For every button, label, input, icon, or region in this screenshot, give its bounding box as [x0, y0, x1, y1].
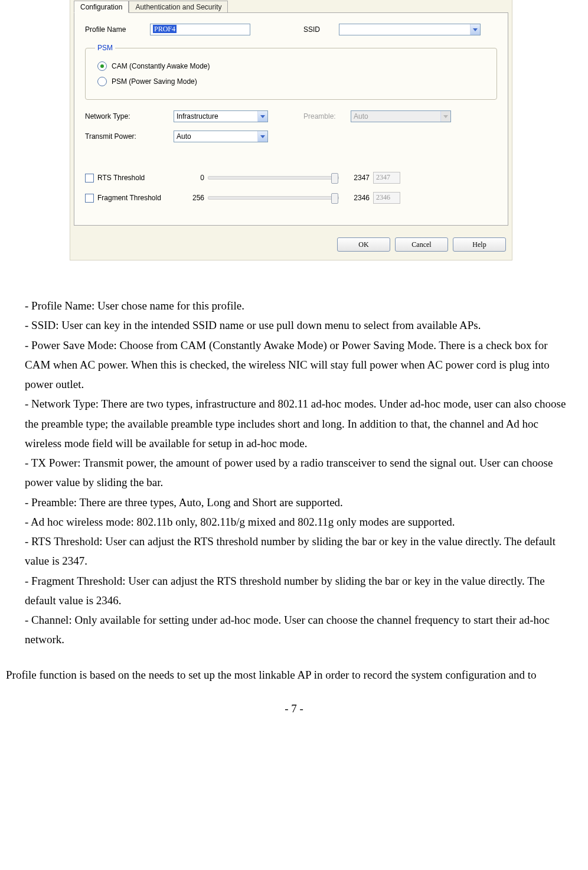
- rts-threshold-label: RTS Threshold: [97, 174, 145, 182]
- dialog-button-bar: OK Cancel Help: [70, 229, 512, 260]
- rts-min: 0: [187, 174, 204, 182]
- tab-authentication[interactable]: Authentication and Security: [129, 1, 228, 13]
- chevron-down-icon: [473, 28, 478, 31]
- preamble-dropdown-button: [440, 111, 450, 122]
- rts-checkbox-icon: [85, 174, 94, 183]
- profile-name-label: Profile Name: [85, 25, 150, 34]
- tab-configuration[interactable]: Configuration: [74, 1, 129, 13]
- preamble-value: Auto: [351, 111, 440, 122]
- ok-button[interactable]: OK: [337, 237, 390, 252]
- rts-threshold-row: RTS Threshold 0 2347 2347: [85, 172, 497, 184]
- doc-item: - SSID: User can key in the intended SSI…: [25, 315, 571, 335]
- transmit-power-label: Transmit Power:: [85, 132, 174, 141]
- rts-slider[interactable]: [208, 176, 339, 180]
- radio-cam[interactable]: CAM (Constantly Awake Mode): [97, 61, 487, 71]
- transmit-power-dropdown-button[interactable]: [257, 131, 267, 142]
- ssid-combo[interactable]: [339, 24, 481, 35]
- rts-threshold-checkbox[interactable]: RTS Threshold: [85, 174, 179, 183]
- doc-item: - Ad hoc wireless mode: 802.11b only, 80…: [25, 512, 571, 532]
- help-button[interactable]: Help: [453, 237, 506, 252]
- fragment-min: 256: [187, 194, 204, 202]
- ssid-label: SSID: [303, 25, 339, 34]
- profile-name-value: PROF4: [153, 25, 177, 33]
- tab-bar: Configuration Authentication and Securit…: [70, 0, 512, 12]
- doc-item: - Fragment Threshold: User can adjust th…: [25, 571, 571, 611]
- fragment-slider-thumb[interactable]: [331, 193, 338, 204]
- doc-item: - Profile Name: User chose name for this…: [25, 296, 571, 315]
- doc-item: - Preamble: There are three types, Auto,…: [25, 493, 571, 512]
- ssid-value: [339, 24, 470, 35]
- chevron-down-icon: [443, 115, 448, 118]
- psm-legend: PSM: [95, 44, 115, 52]
- network-type-label: Network Type:: [85, 112, 174, 120]
- psm-group: PSM CAM (Constantly Awake Mode) PSM (Pow…: [85, 44, 497, 100]
- radio-psm-indicator: [97, 77, 107, 86]
- preamble-label: Preamble:: [303, 112, 351, 120]
- radio-psm-label: PSM (Power Saving Mode): [112, 77, 197, 86]
- doc-item: - Channel: Only available for setting un…: [25, 610, 571, 650]
- doc-item: - Power Save Mode: Choose from CAM (Cons…: [25, 335, 571, 395]
- network-type-combo[interactable]: Infrastructure: [174, 110, 268, 122]
- profile-name-input[interactable]: PROF4: [150, 24, 250, 35]
- doc-item: - TX Power: Transmit power, the amount o…: [25, 453, 571, 493]
- rts-value-input: 2347: [373, 172, 400, 184]
- transmit-power-value: Auto: [174, 131, 257, 142]
- document-body: - Profile Name: User chose name for this…: [0, 260, 588, 650]
- fragment-threshold-checkbox[interactable]: Fragment Threshold: [85, 194, 179, 203]
- chevron-down-icon: [260, 135, 265, 138]
- fragment-threshold-row: Fragment Threshold 256 2346 2346: [85, 192, 497, 204]
- fragment-threshold-label: Fragment Threshold: [97, 194, 161, 202]
- document-conclusion: Profile function is based on the needs t…: [0, 665, 588, 685]
- cancel-button[interactable]: Cancel: [395, 237, 448, 252]
- fragment-slider[interactable]: [208, 196, 339, 200]
- rts-slider-thumb[interactable]: [331, 173, 338, 184]
- radio-psm[interactable]: PSM (Power Saving Mode): [97, 77, 487, 86]
- page-number: - 7 -: [0, 702, 588, 715]
- network-type-dropdown-button[interactable]: [257, 111, 267, 122]
- radio-cam-label: CAM (Constantly Awake Mode): [112, 62, 210, 70]
- rts-max: 2347: [342, 174, 370, 182]
- radio-cam-indicator: [97, 61, 107, 71]
- ssid-dropdown-button[interactable]: [470, 24, 480, 35]
- tab-panel-configuration: Profile Name PROF4 SSID PSM CAM (Constan…: [74, 12, 508, 226]
- transmit-power-combo[interactable]: Auto: [174, 131, 268, 142]
- fragment-value-input: 2346: [373, 192, 400, 204]
- preamble-combo: Auto: [351, 110, 451, 122]
- chevron-down-icon: [260, 115, 265, 118]
- profile-config-dialog: Configuration Authentication and Securit…: [70, 0, 512, 260]
- doc-item: - Network Type: There are two types, inf…: [25, 394, 571, 453]
- fragment-max: 2346: [342, 194, 370, 202]
- network-type-value: Infrastructure: [174, 111, 257, 122]
- fragment-checkbox-icon: [85, 194, 94, 203]
- doc-item: - RTS Threshold: User can adjust the RTS…: [25, 532, 571, 571]
